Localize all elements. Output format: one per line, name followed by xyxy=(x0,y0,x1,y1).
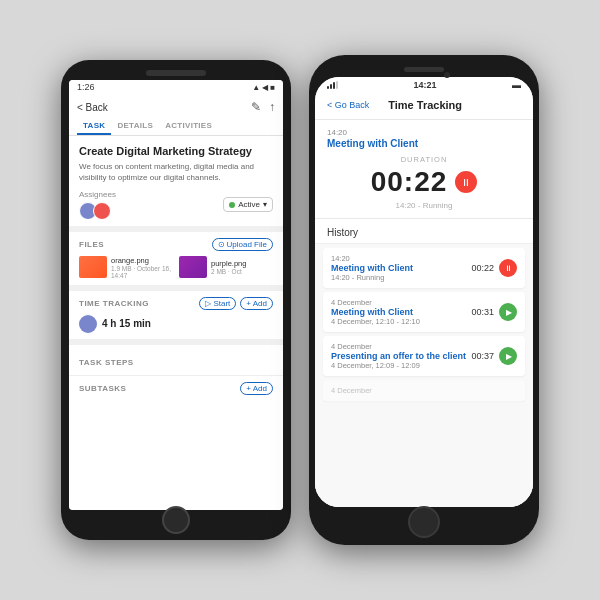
history-meeting-2[interactable]: Meeting with Client xyxy=(331,307,471,317)
upload-icon: ⊙ xyxy=(218,240,225,249)
iphone-home-button[interactable] xyxy=(408,506,440,538)
history-header: History xyxy=(315,219,533,244)
file-thumb-purple xyxy=(179,256,207,278)
subtasks-label: SUBTASKS xyxy=(79,384,126,393)
iphone-content: 14:20 Meeting with Client DURATION 00:22… xyxy=(315,120,533,507)
history-meeting-1[interactable]: Meeting with Client xyxy=(331,263,471,273)
task-desc: We focus on content marketing, digital m… xyxy=(79,161,273,183)
edit-icon[interactable]: ✎ xyxy=(251,100,261,114)
files-label: FILES xyxy=(79,240,104,249)
file1-name: orange.png xyxy=(111,256,173,265)
assignee-avatars xyxy=(79,202,116,220)
history-item-4: 4 December xyxy=(323,380,525,401)
history-time-3: 4 December xyxy=(331,342,471,351)
file1-meta: 1.9 MB · October 16, 14:47 xyxy=(111,265,173,279)
share-icon[interactable]: ↑ xyxy=(269,100,275,114)
running-label: 14:20 - Running xyxy=(327,201,521,210)
duration-row: 00:22 ⏸ xyxy=(327,166,521,198)
play-icon: ▷ xyxy=(205,299,211,308)
start-button[interactable]: ▷ Start xyxy=(199,297,236,310)
chevron-down-icon: ▾ xyxy=(263,200,267,209)
tab-activities[interactable]: ACTIVITIES xyxy=(159,118,218,135)
samsung-phone: 1:26 ▲ ◀ ■ < Back ✎ ↑ TASK xyxy=(61,60,291,540)
time-user-avatar xyxy=(79,315,97,333)
time-user-row: 4 h 15 min xyxy=(79,315,273,333)
iphone-status-bar: 14:21 ▬ xyxy=(315,77,533,93)
add-subtask-button[interactable]: + Add xyxy=(240,382,273,395)
status-time: 1:26 xyxy=(77,82,95,92)
iphone-camera xyxy=(444,72,450,78)
history-sub-1: 14:20 - Running xyxy=(331,273,471,282)
history-item-1: 14:20 Meeting with Client 14:20 - Runnin… xyxy=(323,248,525,288)
signal-bar-1 xyxy=(327,86,329,89)
meeting-title[interactable]: Meeting with Client xyxy=(327,138,521,149)
pause-icon: ⏸ xyxy=(461,177,471,188)
upload-button[interactable]: ⊙ Upload File xyxy=(212,238,273,251)
history-pause-button-1[interactable]: ⏸ xyxy=(499,259,517,277)
tabs-row: TASK DETAILS ACTIVITIES xyxy=(77,118,275,135)
subtasks-section: SUBTASKS + Add xyxy=(69,376,283,406)
history-item-2: 4 December Meeting with Client 4 Decembe… xyxy=(323,292,525,332)
history-play-button-3[interactable]: ▶ xyxy=(499,347,517,365)
task-section: Create Digital Marketing Strategy We foc… xyxy=(69,136,283,232)
header-icons: ✎ ↑ xyxy=(251,100,275,114)
history-meeting-3[interactable]: Presenting an offer to the client xyxy=(331,351,471,361)
status-label: Active xyxy=(238,200,260,209)
wifi-icon: ▲ xyxy=(252,83,260,92)
iphone: 14:21 ▬ < Go Back Time Tracking 14:20 Me… xyxy=(309,55,539,545)
time-tracking-section: TIME TRACKING ▷ Start + Add xyxy=(69,291,283,345)
samsung-header: < Back ✎ ↑ TASK DETAILS ACTIVITIES xyxy=(69,94,283,136)
history-sub-3: 4 December, 12:09 - 12:09 xyxy=(331,361,471,370)
tab-details[interactable]: DETAILS xyxy=(111,118,159,135)
samsung-home-area xyxy=(69,510,283,530)
samsung-home-button[interactable] xyxy=(162,506,190,534)
history-section: History 14:20 Meeting with Client 14:20 … xyxy=(315,219,533,507)
file-item-2: purple.png 2 MB · Oct xyxy=(179,256,273,279)
file-thumb-orange xyxy=(79,256,107,278)
signal-bar-4 xyxy=(336,81,338,89)
time-controls: ▷ Start + Add xyxy=(199,297,273,310)
iphone-home-area xyxy=(315,507,533,537)
history-right-2: 00:31 ▶ xyxy=(471,303,517,321)
signal-bars xyxy=(327,81,338,89)
avatar-2 xyxy=(93,202,111,220)
samsung-screen: 1:26 ▲ ◀ ■ < Back ✎ ↑ TASK xyxy=(69,80,283,510)
history-right-1: 00:22 ⏸ xyxy=(471,259,517,277)
task-steps-label: TASK STEPS xyxy=(79,358,134,367)
time-info-section: 14:20 Meeting with Client DURATION 00:22… xyxy=(315,120,533,219)
history-duration-3: 00:37 xyxy=(471,351,494,361)
signal-bar-2 xyxy=(330,84,332,89)
samsung-speaker xyxy=(146,70,206,76)
signal-icon: ◀ xyxy=(262,83,268,92)
iphone-screen: 14:21 ▬ < Go Back Time Tracking 14:20 Me… xyxy=(315,77,533,507)
play-icon-3: ▶ xyxy=(506,352,512,361)
go-back-button[interactable]: < Go Back xyxy=(327,100,369,110)
battery-icon: ▬ xyxy=(512,80,521,90)
file-item-1: orange.png 1.9 MB · October 16, 14:47 xyxy=(79,256,173,279)
pause-button[interactable]: ⏸ xyxy=(455,171,477,193)
pause-icon-sm: ⏸ xyxy=(504,264,512,273)
history-play-button-2[interactable]: ▶ xyxy=(499,303,517,321)
samsung-status-bar: 1:26 ▲ ◀ ■ xyxy=(69,80,283,94)
time-value: 4 h 15 min xyxy=(102,318,151,329)
file2-name: purple.png xyxy=(211,259,246,268)
history-duration-2: 00:31 xyxy=(471,307,494,317)
status-dot xyxy=(229,202,235,208)
history-time-1: 14:20 xyxy=(331,254,471,263)
file2-meta: 2 MB · Oct xyxy=(211,268,246,275)
files-row: orange.png 1.9 MB · October 16, 14:47 pu… xyxy=(79,256,273,279)
back-button[interactable]: < Back xyxy=(77,102,108,113)
task-title: Create Digital Marketing Strategy xyxy=(79,144,273,158)
history-right-3: 00:37 ▶ xyxy=(471,347,517,365)
page-title: Time Tracking xyxy=(388,99,462,111)
tab-task[interactable]: TASK xyxy=(77,118,111,135)
samsung-content: Create Digital Marketing Strategy We foc… xyxy=(69,136,283,510)
signal-bar-3 xyxy=(333,82,335,89)
duration-label: DURATION xyxy=(327,155,521,164)
history-sub-2: 4 December, 12:10 - 12:10 xyxy=(331,317,471,326)
iphone-header: < Go Back Time Tracking xyxy=(315,93,533,120)
iphone-speaker xyxy=(404,67,444,72)
task-steps-section: TASK STEPS xyxy=(69,345,283,376)
add-time-button[interactable]: + Add xyxy=(240,297,273,310)
status-badge[interactable]: Active ▾ xyxy=(223,197,273,212)
